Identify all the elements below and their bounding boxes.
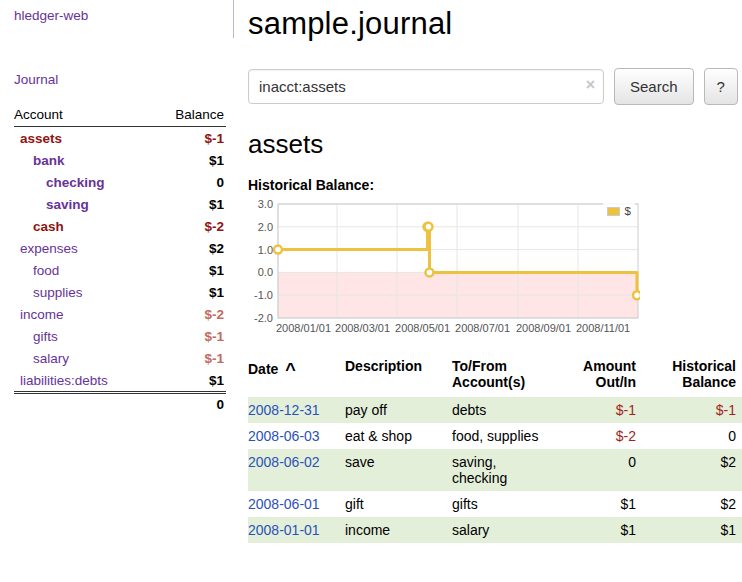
col-header-description: Description — [345, 358, 452, 397]
sidebar-account-link[interactable]: gifts — [14, 329, 58, 344]
sidebar-account-link[interactable]: cash — [14, 219, 64, 234]
sidebar-account-balance: $1 — [209, 153, 224, 168]
main-content: sample.journal × Search ? assets Histori… — [248, 0, 742, 543]
help-button[interactable]: ? — [704, 68, 738, 105]
transaction-amount: $-1 — [564, 397, 644, 423]
sidebar-account-balance: $2 — [209, 241, 224, 256]
sidebar-account-row: checking0 — [14, 171, 226, 193]
transaction-date-link[interactable]: 2008-06-03 — [248, 428, 320, 444]
transaction-description: pay off — [345, 397, 452, 423]
sidebar-account-balance: 0 — [216, 175, 224, 190]
sidebar-account-link[interactable]: income — [14, 307, 64, 322]
sidebar-account-balance: $1 — [209, 373, 224, 388]
sidebar-account-balance: $-1 — [204, 329, 224, 344]
svg-text:2008/01/01: 2008/01/01 — [276, 322, 331, 334]
transaction-date-link[interactable]: 2008-12-31 — [248, 402, 320, 418]
transaction-description: income — [345, 517, 452, 543]
register-row: 2008-06-01giftgifts$1$2 — [248, 491, 742, 517]
transaction-amount: 0 — [564, 449, 644, 491]
transaction-accounts-cell: food, supplies — [452, 423, 564, 449]
sidebar-account-balance: $1 — [209, 197, 224, 212]
transaction-amount: $-2 — [564, 423, 644, 449]
sidebar-account-row: expenses$2 — [14, 237, 226, 259]
transaction-accounts-cell: salary — [452, 517, 564, 543]
sidebar-account-row: supplies$1 — [14, 281, 226, 303]
transaction-date-link[interactable]: 2008-06-01 — [248, 496, 320, 512]
sidebar-account-balance: $1 — [209, 263, 224, 278]
search-input[interactable] — [248, 69, 604, 104]
sidebar-account-balance: $-2 — [204, 307, 224, 322]
register-row: 2008-12-31pay offdebts$-1$-1 — [248, 397, 742, 423]
transaction-description: save — [345, 449, 452, 491]
sidebar-account-balance: $-1 — [204, 131, 224, 146]
sidebar-account-row: salary$-1 — [14, 347, 226, 369]
chart-title: Historical Balance: — [248, 177, 742, 193]
sort-asc-icon: ^ — [285, 360, 296, 380]
col-header-date[interactable]: Date^ — [248, 358, 345, 397]
sidebar-item-journal[interactable]: Journal — [14, 72, 226, 87]
transaction-accounts: salary — [452, 522, 548, 538]
accounts-header-account: Account — [14, 107, 63, 122]
svg-text:2008/05/01: 2008/05/01 — [395, 322, 450, 334]
col-header-accounts-label: To/From Account(s) — [452, 358, 548, 390]
transaction-date-link[interactable]: 2008-06-02 — [248, 454, 320, 470]
transaction-balance: 0 — [644, 423, 742, 449]
clear-search-icon[interactable]: × — [586, 76, 595, 94]
transaction-date-cell: 2008-06-02 — [248, 449, 345, 491]
transaction-accounts: food, supplies — [452, 428, 548, 444]
sidebar-account-balance: $-2 — [204, 219, 224, 234]
transaction-accounts: debts — [452, 402, 548, 418]
sidebar-account-link[interactable]: bank — [14, 153, 65, 168]
sidebar-account-link[interactable]: liabilities:debts — [14, 373, 108, 388]
transaction-date-cell: 2008-06-03 — [248, 423, 345, 449]
transaction-date-cell: 2008-12-31 — [248, 397, 345, 423]
transaction-amount: $1 — [564, 517, 644, 543]
transaction-accounts: gifts — [452, 496, 548, 512]
app-title-link[interactable]: hledger-web — [14, 8, 226, 23]
sidebar-account-link[interactable]: assets — [14, 131, 62, 146]
svg-text:2.0: 2.0 — [258, 221, 273, 233]
register-row: 2008-06-03eat & shopfood, supplies$-20 — [248, 423, 742, 449]
sidebar-account-row: liabilities:debts$1 — [14, 369, 226, 391]
accounts-total-row: 0 — [14, 391, 226, 413]
legend-series-swatch — [607, 207, 620, 216]
svg-text:-2.0: -2.0 — [254, 312, 273, 324]
sidebar-account-link[interactable]: saving — [14, 197, 89, 212]
svg-text:2008/09/01: 2008/09/01 — [516, 322, 571, 334]
svg-text:1.0: 1.0 — [258, 244, 273, 256]
transaction-accounts: saving, checking — [452, 454, 548, 486]
svg-text:2008/11/01: 2008/11/01 — [576, 322, 630, 334]
register-table: Date^ Description To/From Account(s) Amo… — [248, 358, 742, 543]
sidebar-account-link[interactable]: checking — [14, 175, 105, 190]
col-header-amount: Amount Out/In — [564, 358, 644, 397]
sidebar-account-balance: $-1 — [204, 351, 224, 366]
page-title: sample.journal — [248, 6, 742, 42]
transaction-accounts-cell: saving, checking — [452, 449, 564, 491]
sidebar-account-row: bank$1 — [14, 149, 226, 171]
transaction-date-cell: 2008-01-01 — [248, 517, 345, 543]
sidebar-account-link[interactable]: expenses — [14, 241, 78, 256]
sidebar-account-row: saving$1 — [14, 193, 226, 215]
sidebar-account-link[interactable]: food — [14, 263, 59, 278]
sidebar-account-row: cash$-2 — [14, 215, 226, 237]
svg-text:2008/03/01: 2008/03/01 — [335, 322, 390, 334]
register-row: 2008-01-01incomesalary$1$1 — [248, 517, 742, 543]
search-button[interactable]: Search — [614, 68, 694, 105]
transaction-balance: $-1 — [644, 397, 742, 423]
accounts-header-balance: Balance — [175, 107, 224, 122]
sidebar-account-link[interactable]: salary — [14, 351, 69, 366]
chart-legend: $ — [603, 203, 635, 219]
accounts-table: Account Balance assets$-1bank$1checking0… — [14, 107, 226, 413]
col-header-date-label: Date — [248, 361, 278, 377]
accounts-total-balance: 0 — [216, 397, 224, 413]
register-row: 2008-06-02savesaving, checking0$2 — [248, 449, 742, 491]
sidebar-account-link[interactable]: supplies — [14, 285, 83, 300]
col-header-balance: Historical Balance — [644, 358, 742, 397]
accounts-list: assets$-1bank$1checking0saving$1cash$-2e… — [14, 127, 226, 391]
sidebar-account-row: food$1 — [14, 259, 226, 281]
sidebar-divider — [233, 0, 234, 38]
search-box: × — [248, 69, 604, 104]
accounts-header-row: Account Balance — [14, 107, 226, 127]
transaction-date-link[interactable]: 2008-01-01 — [248, 522, 320, 538]
transaction-date-cell: 2008-06-01 — [248, 491, 345, 517]
